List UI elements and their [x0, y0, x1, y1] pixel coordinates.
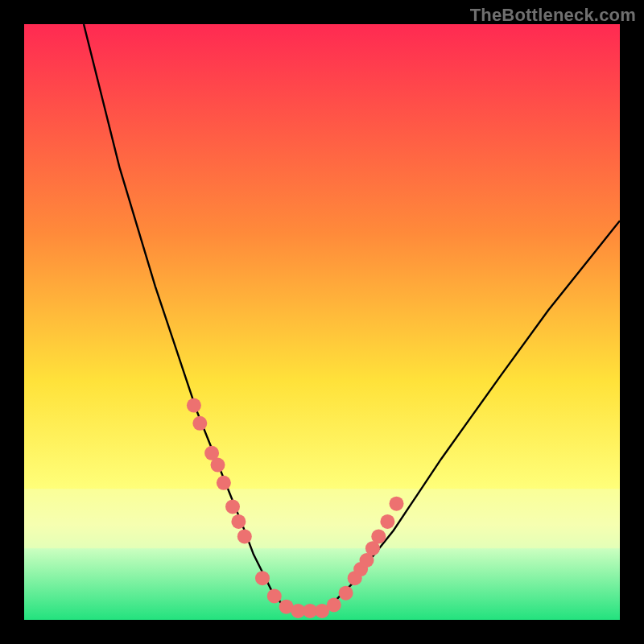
marker-dot — [217, 476, 231, 490]
marker-dot — [211, 458, 225, 473]
marker-dot — [390, 497, 404, 511]
chart-svg — [24, 24, 620, 620]
marker-dot — [267, 588, 282, 603]
marker-dot — [192, 416, 207, 431]
marker-dot — [371, 529, 386, 543]
watermark-text: TheBottleneck.com — [470, 5, 636, 26]
marker-dot — [187, 398, 201, 413]
marker-dot — [327, 598, 341, 613]
marker-dot — [339, 586, 353, 601]
marker-dot — [237, 529, 252, 543]
marker-dot — [255, 571, 270, 585]
marker-dot — [380, 514, 394, 529]
marker-dot — [231, 514, 246, 529]
highlight-band — [24, 489, 620, 548]
chart-stage: TheBottleneck.com — [0, 0, 644, 644]
marker-dot — [225, 499, 240, 514]
